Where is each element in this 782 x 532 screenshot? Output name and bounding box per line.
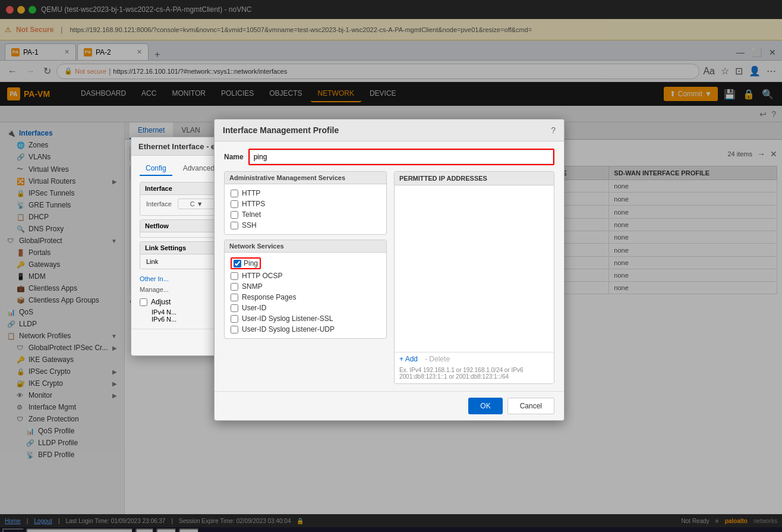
http-ocsp-checkbox-row: HTTP OCSP xyxy=(231,270,380,281)
permitted-ip-header: PERMITTED IP ADDRESSES xyxy=(395,172,554,185)
user-id-ssl-label: User-ID Syslog Listener-SSL xyxy=(242,314,333,323)
imp-dialog-titlebar: Interface Management Profile ? xyxy=(215,119,564,141)
admin-services-title: Administrative Management Services xyxy=(225,172,386,184)
http-checkbox-row: HTTP xyxy=(231,188,380,199)
ip-hint-line1: Ex. IPv4 192.168.1.1 or 192.168.1.0/24 o… xyxy=(399,367,549,373)
user-id-udp-checkbox-row: User-ID Syslog Listener-UDP xyxy=(231,324,380,335)
imp-ok-button[interactable]: OK xyxy=(468,398,502,414)
telnet-checkbox[interactable] xyxy=(231,211,238,219)
telnet-label: Telnet xyxy=(242,210,261,219)
imp-cancel-button[interactable]: Cancel xyxy=(507,398,554,414)
user-id-udp-label: User-ID Syslog Listener-UDP xyxy=(242,325,335,333)
ip-add-btn[interactable]: + Add xyxy=(399,355,418,363)
permitted-ip-body xyxy=(395,185,554,352)
snmp-checkbox-row: SNMP xyxy=(231,281,380,292)
https-checkbox[interactable] xyxy=(231,200,238,208)
dialog-overlay: Ethernet Interface - ethernet1/1 ? Confi… xyxy=(0,0,782,532)
https-checkbox-row: HTTPS xyxy=(231,199,380,209)
http-label: HTTP xyxy=(242,189,260,197)
snmp-checkbox[interactable] xyxy=(231,283,238,291)
permitted-ip-box: PERMITTED IP ADDRESSES + Add - Delete Ex… xyxy=(394,171,554,384)
ssh-label: SSH xyxy=(242,221,257,229)
eth-adjust-checkbox[interactable] xyxy=(140,298,147,306)
ping-checkbox-row: Ping xyxy=(231,256,380,270)
imp-dialog-title: Interface Management Profile xyxy=(223,125,339,135)
snmp-label: SNMP xyxy=(242,282,263,291)
user-id-checkbox-row: User-ID xyxy=(231,303,380,313)
response-pages-checkbox-row: Response Pages xyxy=(231,292,380,303)
eth-tab-config[interactable]: Config xyxy=(140,162,172,176)
imp-dialog-footer: OK Cancel xyxy=(215,391,564,420)
ping-highlight-wrapper: Ping xyxy=(231,257,261,269)
user-id-udp-checkbox[interactable] xyxy=(231,326,238,333)
name-input[interactable] xyxy=(250,150,553,164)
user-id-ssl-checkbox[interactable] xyxy=(231,315,238,323)
eth-link-label: Link xyxy=(146,258,158,265)
ping-label: Ping xyxy=(244,259,258,267)
user-id-label: User-ID xyxy=(242,304,266,312)
response-pages-checkbox[interactable] xyxy=(231,294,238,301)
eth-adjust-label: Adjust xyxy=(151,298,171,306)
http-ocsp-label: HTTP OCSP xyxy=(242,272,282,280)
user-id-ssl-checkbox-row: User-ID Syslog Listener-SSL xyxy=(231,313,380,324)
name-row: Name xyxy=(224,149,554,165)
user-id-checkbox[interactable] xyxy=(231,304,238,312)
left-panel: Administrative Management Services HTTP … xyxy=(224,171,387,384)
ping-checkbox[interactable] xyxy=(234,260,241,267)
ip-delete-btn[interactable]: - Delete xyxy=(425,355,450,363)
admin-services-content: HTTP HTTPS Telnet xyxy=(225,184,386,234)
ip-hint-line2: 2001:db8:123:1::1 or 2001:db8:123:1::/64 xyxy=(399,373,549,380)
name-label: Name xyxy=(224,153,244,161)
name-input-wrapper xyxy=(248,149,554,165)
imp-dialog-help[interactable]: ? xyxy=(551,125,556,135)
eth-type-select[interactable]: C ▼ xyxy=(178,199,216,209)
right-panel: PERMITTED IP ADDRESSES + Add - Delete Ex… xyxy=(394,171,554,384)
network-services-content: Ping HTTP OCSP SNMP xyxy=(225,253,386,338)
two-col-layout: Administrative Management Services HTTP … xyxy=(224,171,554,384)
ssh-checkbox-row: SSH xyxy=(231,220,380,231)
imp-dialog-body: Name Administrative Management Services xyxy=(215,141,564,391)
response-pages-label: Response Pages xyxy=(242,293,296,301)
network-services-section: Network Services Ping H xyxy=(224,240,387,339)
telnet-checkbox-row: Telnet xyxy=(231,209,380,220)
imp-dialog: Interface Management Profile ? Name Admi… xyxy=(214,119,565,421)
http-checkbox[interactable] xyxy=(231,190,238,197)
http-ocsp-checkbox[interactable] xyxy=(231,272,238,280)
network-services-title: Network Services xyxy=(225,240,386,253)
ssh-checkbox[interactable] xyxy=(231,222,238,229)
https-label: HTTPS xyxy=(242,200,265,208)
ip-hint: Ex. IPv4 192.168.1.1 or 192.168.1.0/24 o… xyxy=(395,366,554,383)
eth-label: Interface xyxy=(146,200,172,207)
ip-actions: + Add - Delete xyxy=(395,352,554,366)
admin-services-section: Administrative Management Services HTTP … xyxy=(224,171,387,235)
